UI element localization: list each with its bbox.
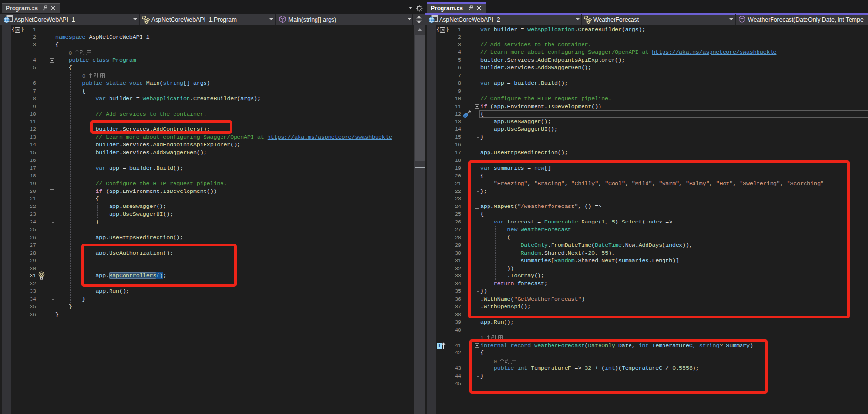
svg-text:0: 0	[82, 73, 85, 79]
svg-text:0: 0	[69, 50, 72, 56]
